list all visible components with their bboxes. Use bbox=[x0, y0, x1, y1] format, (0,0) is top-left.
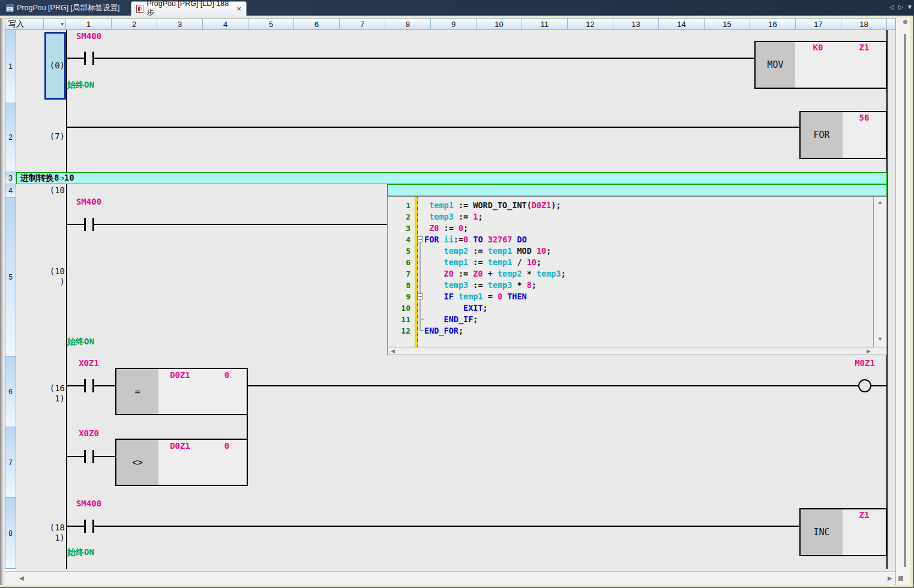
st-line-number: 11 bbox=[389, 314, 412, 325]
st-token: temp3 bbox=[537, 269, 561, 278]
st-token bbox=[439, 235, 443, 244]
column-header-18: 18 bbox=[841, 18, 887, 30]
st-line-number: 5 bbox=[389, 245, 412, 257]
rung-number-3[interactable]: 3 bbox=[5, 172, 16, 184]
st-code-line[interactable]: IF temp1 = 0 THEN bbox=[424, 291, 527, 302]
st-code-line[interactable]: END_FOR; bbox=[424, 325, 463, 337]
st-horizontal-scrollbar[interactable]: ◀ ▶ bbox=[388, 347, 886, 355]
contact-no-r7[interactable] bbox=[84, 450, 86, 463]
st-code-line[interactable]: Z0 := 0; bbox=[424, 223, 468, 234]
column-header-10: 10 bbox=[477, 18, 522, 30]
label-table-icon bbox=[6, 4, 14, 12]
st-line-number: 12 bbox=[389, 325, 412, 337]
rung-number-2[interactable]: 2 bbox=[5, 103, 16, 172]
output-coil[interactable] bbox=[858, 379, 871, 392]
scroll-right-icon[interactable]: ▶ bbox=[888, 575, 892, 581]
st-token: temp1 bbox=[459, 292, 483, 301]
step-number-r6: 1) bbox=[36, 394, 65, 403]
st-line-number: 9 bbox=[389, 291, 412, 302]
rung-number-1[interactable]: 1 bbox=[5, 30, 16, 103]
st-code-line[interactable]: temp1 := temp1 / 10; bbox=[424, 257, 541, 268]
contact-device-label: SM400 bbox=[72, 197, 106, 206]
rung-number-8[interactable]: 8 bbox=[5, 498, 16, 569]
column-header-13: 13 bbox=[613, 18, 659, 30]
st-token: ii bbox=[444, 235, 454, 244]
scroll-left-icon[interactable]: ◀ bbox=[19, 575, 24, 581]
scroll-up-icon[interactable]: ▲ bbox=[874, 200, 886, 205]
st-line-number: 10 bbox=[389, 302, 412, 314]
st-code-line[interactable]: Z0 := Z0 + temp2 * temp3; bbox=[424, 268, 566, 280]
contact-no-r5[interactable] bbox=[84, 218, 86, 231]
st-token: temp3 bbox=[429, 212, 454, 221]
st-vertical-scrollbar[interactable]: ▲ ▼ bbox=[873, 197, 886, 347]
column-header-1: 1 bbox=[66, 18, 112, 30]
rung-number-4[interactable]: 4 bbox=[5, 184, 16, 198]
st-token: = bbox=[483, 292, 498, 301]
st-fold-gutter[interactable] bbox=[416, 196, 427, 340]
scrollbar-grip[interactable] bbox=[898, 576, 903, 581]
vertical-scrollbar-thumb[interactable] bbox=[904, 34, 906, 567]
scroll-left-icon[interactable]: ◀ bbox=[391, 349, 395, 354]
st-token: ; bbox=[532, 280, 537, 290]
st-code-line[interactable]: EXIT; bbox=[424, 302, 488, 314]
network-comment-row[interactable]: 进制转换8⇒10 bbox=[16, 172, 887, 184]
st-code-line[interactable]: FOR ii:=0 TO 32767 DO bbox=[424, 234, 527, 245]
rung-number-7[interactable]: 7 bbox=[5, 427, 16, 498]
tab-list-dropdown-icon[interactable]: ▼ bbox=[907, 4, 913, 10]
st-code-line[interactable]: temp2 := temp1 MOD 10; bbox=[424, 245, 551, 257]
wire bbox=[94, 526, 799, 527]
contact-no-r1[interactable] bbox=[84, 52, 86, 65]
block-operand: 0 bbox=[210, 441, 244, 451]
scroll-right-icon[interactable]: ▶ bbox=[867, 349, 871, 354]
rung-number-5[interactable]: 5 bbox=[5, 198, 16, 357]
st-line-number: 3 bbox=[389, 223, 412, 234]
tab-scroll-left-icon[interactable]: ◁ bbox=[889, 4, 894, 10]
step-number-r8: 1) bbox=[36, 533, 65, 542]
contact-no-r8[interactable] bbox=[84, 520, 86, 533]
inline-st-header-band[interactable] bbox=[387, 184, 887, 196]
device-comment: 始终ON bbox=[67, 80, 94, 91]
st-token: temp1 bbox=[488, 246, 513, 256]
wire bbox=[66, 58, 85, 59]
st-line-number: 2 bbox=[389, 211, 412, 223]
st-line-number: 8 bbox=[389, 280, 412, 291]
st-line-number: 7 bbox=[389, 268, 412, 280]
st-code-line[interactable]: END_IF; bbox=[424, 314, 478, 325]
st-code-line[interactable]: temp3 := 1; bbox=[424, 211, 483, 223]
close-tab-icon[interactable]: × bbox=[236, 5, 241, 13]
st-token: ; bbox=[537, 257, 541, 267]
column-header-14: 14 bbox=[659, 18, 705, 30]
tab-scroll-right-icon[interactable]: ▷ bbox=[898, 4, 903, 10]
contact-device-label: X0Z1 bbox=[72, 358, 106, 368]
tab-progpou-local-labels[interactable]: ProgPou [PRG] [局部标签设置] bbox=[1, 1, 125, 15]
column-header-11: 11 bbox=[522, 18, 568, 30]
column-header-9: 9 bbox=[431, 18, 477, 30]
st-code-line[interactable]: temp3 := temp3 * 8; bbox=[424, 280, 537, 291]
st-code-line[interactable]: temp1 := WORD_TO_INT(D0Z1); bbox=[424, 200, 561, 211]
block-operand: D0Z1 bbox=[163, 441, 197, 451]
block-opcode: FOR bbox=[801, 112, 843, 158]
st-token: 8 bbox=[527, 280, 532, 290]
block-opcode: <> bbox=[116, 440, 158, 485]
scroll-down-icon[interactable]: ▼ bbox=[874, 337, 886, 342]
st-token bbox=[424, 303, 463, 313]
st-token: temp3 bbox=[488, 280, 513, 290]
st-token: TO bbox=[473, 235, 483, 244]
column-header-3: 3 bbox=[157, 18, 203, 30]
mode-cell[interactable]: 写入 bbox=[5, 18, 44, 30]
st-token: := bbox=[454, 212, 474, 221]
st-token: := bbox=[468, 257, 488, 267]
st-token: MOD bbox=[512, 246, 537, 256]
vertical-scrollbar[interactable] bbox=[895, 18, 910, 585]
splitter-handle[interactable] bbox=[903, 20, 907, 24]
wire bbox=[248, 385, 858, 386]
st-token: := bbox=[454, 269, 474, 278]
st-token: DO bbox=[517, 235, 527, 244]
device-comment: 始终ON bbox=[67, 337, 94, 347]
mode-dropdown[interactable]: ▾ bbox=[44, 18, 66, 30]
rung-number-6[interactable]: 6 bbox=[5, 357, 16, 427]
wire bbox=[94, 224, 387, 225]
horizontal-scrollbar[interactable]: ◀ ▶ bbox=[5, 571, 895, 585]
contact-no-r6[interactable] bbox=[84, 379, 86, 392]
tab-progpou-ld[interactable]: ProgPou [PRG] [LD] 188步 × bbox=[131, 1, 247, 16]
